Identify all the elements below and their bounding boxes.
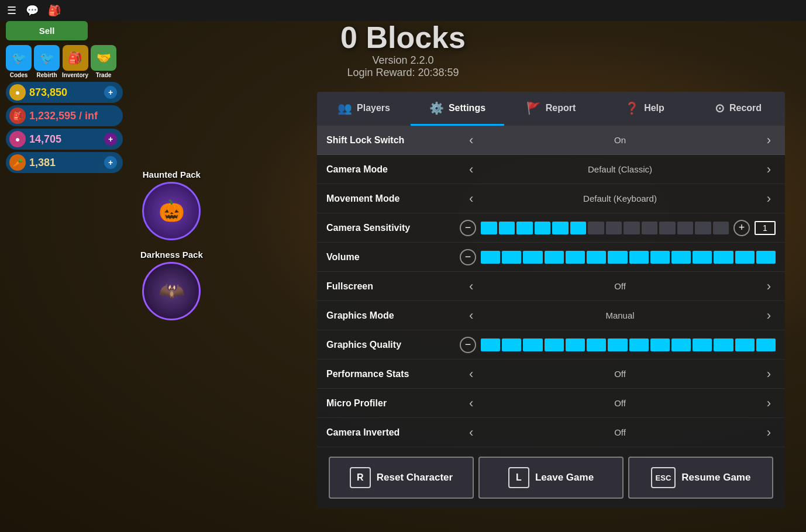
slider-block-1 [502, 338, 521, 351]
shift-lock-row: Shift Lock Switch ‹ On › [317, 126, 785, 155]
slider-block-5 [570, 222, 587, 234]
slider-block-9 [671, 338, 691, 351]
shift-lock-right-arrow[interactable]: › [762, 130, 776, 150]
performance-stats-row: Performance Stats ‹ Off › [317, 360, 785, 389]
slider-block-13 [756, 251, 776, 264]
slider-block-1 [502, 251, 521, 264]
fullscreen-label: Fullscreen [326, 281, 455, 292]
tab-help[interactable]: ❓ Help [598, 92, 691, 126]
leave-label: Leave Game [535, 472, 594, 483]
camera-inverted-row: Camera Inverted ‹ Off › [317, 418, 785, 447]
pack-area: Haunted Pack 🎃 Darkness Pack 🦇 [140, 170, 203, 330]
performance-stats-label: Performance Stats [326, 369, 455, 379]
camera-sensitivity-minus[interactable]: − [460, 220, 476, 236]
shift-lock-left-arrow[interactable]: ‹ [464, 130, 478, 150]
slider-block-4 [566, 251, 585, 264]
slider-block-8 [650, 338, 670, 351]
tan-icon: 🥕 [9, 154, 26, 171]
graphics-mode-value: Manual [478, 310, 762, 320]
tab-settings[interactable]: ⚙️ Settings [411, 92, 504, 126]
movement-mode-row: Movement Mode ‹ Default (Keyboard) › [317, 184, 785, 213]
camera-sensitivity-plus[interactable]: + [733, 220, 750, 236]
graphics-quality-minus[interactable]: − [460, 337, 476, 353]
haunted-pack-label: Haunted Pack [140, 170, 203, 179]
rebirth-button[interactable]: 🐦 Rebirth [34, 45, 60, 78]
camera-mode-left-arrow[interactable]: ‹ [464, 160, 478, 179]
slider-block-4 [566, 338, 585, 351]
bottom-buttons: R Reset Character L Leave Game ESC Resum… [317, 447, 785, 508]
backpack-icon[interactable]: 🎒 [48, 4, 61, 17]
tabs: 👥 Players ⚙️ Settings 🚩 Report ❓ Help ⊙ … [317, 92, 785, 126]
graphics-mode-left-arrow[interactable]: ‹ [464, 306, 478, 326]
settings-body: Shift Lock Switch ‹ On › Camera Mode ‹ D… [317, 126, 785, 447]
fullscreen-left-arrow[interactable]: ‹ [464, 277, 478, 296]
camera-mode-row: Camera Mode ‹ Default (Classic) › [317, 155, 785, 184]
graphics-mode-right-arrow[interactable]: › [762, 306, 776, 326]
slider-block-8 [624, 222, 640, 234]
reset-character-button[interactable]: R Reset Character [329, 457, 474, 499]
slider-block-8 [650, 251, 670, 264]
graphics-mode-control: ‹ Manual › [455, 306, 776, 326]
shift-lock-label: Shift Lock Switch [326, 135, 455, 146]
slider-block-13 [713, 222, 729, 234]
slider-block-3 [545, 338, 564, 351]
micro-profiler-left-arrow[interactable]: ‹ [464, 393, 478, 413]
tab-report[interactable]: 🚩 Report [504, 92, 598, 126]
camera-sensitivity-control: − + 1 [455, 220, 776, 236]
players-tab-label: Players [357, 103, 390, 113]
top-bar: ☰ 💬 🎒 [0, 0, 806, 21]
slider-block-6 [588, 222, 604, 234]
tab-players[interactable]: 👥 Players [317, 92, 411, 126]
slider-block-9 [642, 222, 658, 234]
leave-game-button[interactable]: L Leave Game [478, 457, 624, 499]
tan-value: 1,381 [29, 157, 101, 169]
graphics-mode-row: Graphics Mode ‹ Manual › [317, 301, 785, 330]
red-value: 1,232,595 / inf [29, 110, 117, 122]
slider-block-5 [587, 251, 606, 264]
performance-stats-right-arrow[interactable]: › [762, 364, 776, 384]
gold-plus-button[interactable]: + [104, 86, 117, 99]
pink-plus-button[interactable]: + [104, 133, 117, 146]
slider-block-11 [677, 222, 694, 234]
menu-icon[interactable]: ☰ [7, 4, 16, 17]
camera-inverted-right-arrow[interactable]: › [762, 423, 776, 443]
slider-block-12 [735, 251, 755, 264]
graphics-quality-control: − [455, 337, 776, 353]
help-tab-icon: ❓ [625, 101, 639, 115]
tab-record[interactable]: ⊙ Record [691, 92, 785, 126]
movement-mode-right-arrow[interactable]: › [762, 189, 776, 209]
slider-block-7 [629, 338, 649, 351]
rebirth-icon: 🐦 [34, 45, 60, 71]
fullscreen-right-arrow[interactable]: › [762, 277, 776, 296]
volume-label: Volume [326, 252, 455, 262]
players-tab-icon: 👥 [337, 101, 352, 115]
slider-block-5 [587, 338, 606, 351]
tan-plus-button[interactable]: + [104, 156, 117, 169]
trade-button[interactable]: 🤝 Trade [91, 45, 116, 78]
help-tab-label: Help [644, 103, 664, 113]
camera-mode-value: Default (Classic) [478, 164, 762, 174]
performance-stats-left-arrow[interactable]: ‹ [464, 364, 478, 384]
volume-minus[interactable]: − [460, 249, 476, 265]
red-icon: 🎒 [9, 108, 26, 124]
reset-key: R [350, 467, 371, 488]
movement-mode-left-arrow[interactable]: ‹ [464, 189, 478, 209]
sell-button[interactable]: Sell [6, 21, 88, 40]
camera-mode-label: Camera Mode [326, 164, 455, 175]
resume-game-button[interactable]: ESC Resume Game [628, 457, 773, 499]
graphics-quality-label: Graphics Quality [326, 340, 455, 350]
micro-profiler-right-arrow[interactable]: › [762, 393, 776, 413]
record-tab-label: Record [729, 103, 762, 113]
micro-profiler-control: ‹ Off › [455, 393, 776, 413]
camera-inverted-left-arrow[interactable]: ‹ [464, 423, 478, 443]
settings-tab-icon: ⚙️ [429, 101, 444, 115]
darkness-pack-icon: 🦇 [142, 262, 201, 320]
inventory-button[interactable]: 🎒 Inventory [62, 45, 88, 78]
chat-icon[interactable]: 💬 [26, 4, 39, 17]
gold-stat-row: ● 873,850 + [6, 82, 123, 103]
trade-label: Trade [96, 72, 112, 78]
codes-button[interactable]: 🐦 Codes [6, 45, 32, 78]
camera-mode-right-arrow[interactable]: › [762, 160, 776, 179]
slider-block-0 [481, 251, 500, 264]
micro-profiler-row: Micro Profiler ‹ Off › [317, 389, 785, 418]
